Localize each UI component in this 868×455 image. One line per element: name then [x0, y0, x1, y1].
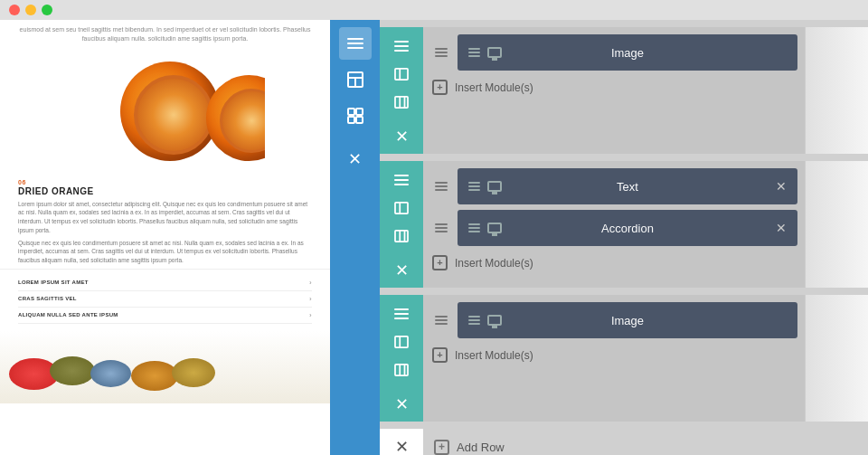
module-image-label: Image [611, 46, 644, 60]
row-3-delete-btn[interactable]: ✕ [392, 391, 412, 418]
row-1-insert-btn[interactable]: + Insert Module(s) [430, 76, 797, 99]
text-monitor-icon [487, 181, 502, 192]
svg-rect-7 [356, 109, 363, 115]
module-text-label: Text [617, 180, 638, 194]
module-text[interactable]: Text ✕ [458, 168, 797, 204]
module-image-3-label: Image [611, 314, 644, 327]
row-3-insert-btn[interactable]: + Insert Module(s) [430, 344, 797, 366]
handle-icon-3 [435, 315, 448, 326]
module-drag-handle[interactable] [430, 47, 452, 58]
preview-spice-image [0, 331, 330, 403]
row-3-layout[interactable] [389, 330, 414, 354]
preview-para-2: Quisque nec ex quis leo condimentum posu… [0, 239, 330, 269]
row-2-layout[interactable] [389, 196, 414, 220]
editor-panel: ✕ [380, 20, 868, 455]
sidebar-close-icon[interactable]: ✕ [339, 143, 372, 175]
insert-plus-icon-2: + [432, 255, 448, 270]
row-layout-ctrl[interactable] [389, 62, 414, 86]
x-icon: ✕ [348, 149, 362, 169]
drag-icon-3 [394, 308, 409, 320]
preview-panel: euismod at sem seu tneil sagittis met bi… [0, 20, 330, 455]
module-left-icons [468, 47, 502, 58]
row-2-controls: ✕ [380, 161, 423, 288]
row-2-insert-btn[interactable]: + Insert Module(s) [430, 251, 797, 274]
list-item-label: LOREM IPSUM SIT AMET [18, 280, 89, 285]
os-maximize-dot[interactable] [42, 5, 52, 15]
preview-list: LOREM IPSUM SIT AMET › CRAS SAGITTIS VEL… [0, 269, 330, 327]
module-text-drag[interactable] [430, 181, 452, 192]
accordion-monitor-icon [487, 223, 502, 233]
grid-icon-2 [394, 230, 409, 242]
grid-icon-3 [394, 364, 409, 376]
svg-rect-40 [395, 365, 408, 375]
row-2-drag[interactable] [389, 168, 414, 192]
row-1-delete-btn[interactable]: ✕ [392, 123, 412, 150]
grid-icon [346, 107, 364, 125]
row-3-right-fade [805, 295, 868, 422]
list-item[interactable]: LOREM IPSUM SIT AMET › [18, 275, 312, 291]
layout-split-icon [394, 68, 409, 81]
svg-rect-13 [395, 69, 408, 80]
text-lines-icon [468, 182, 480, 191]
module-image-3[interactable]: Image [458, 302, 797, 338]
preview-item-title: DRIED ORANGE [0, 186, 330, 200]
module-accordion-label: Accordion [601, 222, 654, 235]
add-row-btn[interactable]: + Add Row [423, 429, 868, 455]
insert-label-2: Insert Module(s) [455, 257, 533, 270]
list-item-arrow: › [309, 279, 312, 287]
module-accordion[interactable]: Accordion ✕ [458, 210, 797, 246]
spice-bowl-brown [50, 356, 95, 385]
sidebar: ✕ [330, 20, 380, 455]
row-grid-icon [394, 96, 409, 109]
image-3-lines-icon [468, 316, 480, 325]
row-3-content: Image + Insert Module(s) [423, 295, 805, 422]
preview-para-1: Lorem ipsum dolor sit amet, consectetur … [0, 200, 330, 239]
os-minimize-dot[interactable] [25, 5, 36, 15]
layout-icon-2 [394, 202, 409, 214]
os-close-dot[interactable] [9, 5, 20, 15]
add-row-delete-btn[interactable]: ✕ [380, 429, 423, 455]
row-3-grid[interactable] [389, 358, 414, 382]
module-accordion-close-btn[interactable]: ✕ [776, 221, 787, 235]
editor-row-1: ✕ [380, 27, 868, 154]
list-item[interactable]: CRAS SAGITTIS VEL › [18, 291, 312, 308]
insert-label-3: Insert Module(s) [455, 349, 533, 362]
module-monitor-icon [487, 47, 502, 58]
sidebar-grid-icon[interactable] [339, 100, 372, 132]
text-handle-icon [435, 181, 448, 192]
editor-row-3: ✕ [380, 295, 868, 422]
sidebar-menu-icon[interactable] [339, 27, 372, 60]
module-lines-icon [468, 48, 480, 57]
list-item-arrow: › [309, 295, 312, 303]
spice-bowl-orange [131, 361, 178, 391]
svg-rect-6 [348, 109, 354, 115]
svg-rect-9 [356, 117, 363, 123]
svg-rect-38 [395, 337, 408, 347]
image-3-monitor-icon [487, 315, 502, 326]
module-text-close-btn[interactable]: ✕ [776, 179, 787, 194]
module-image-3-drag[interactable] [430, 315, 452, 326]
orange-slice-1 [120, 62, 220, 161]
module-accordion-drag[interactable] [430, 223, 452, 233]
spice-bowl-blue [90, 360, 131, 387]
row-drag-handle[interactable] [389, 34, 414, 58]
module-image[interactable]: Image [458, 34, 797, 71]
os-titlebar [0, 0, 868, 20]
insert-plus-icon-3: + [432, 347, 448, 363]
row-grid-ctrl[interactable] [389, 90, 414, 114]
module-accordion-row: Accordion ✕ [430, 210, 797, 246]
row-2-delete-btn[interactable]: ✕ [392, 257, 412, 284]
layout-icon [346, 71, 364, 89]
row-3-drag[interactable] [389, 302, 414, 326]
svg-rect-24 [395, 203, 408, 213]
preview-orange-image [66, 52, 265, 170]
list-item-label: ALIQUAM NULLA SED ANTE IPSUM [18, 312, 118, 318]
preview-top-text: euismod at sem seu tneil sagittis met bi… [0, 20, 330, 47]
list-item[interactable]: ALIQUAM NULLA SED ANTE IPSUM › [18, 308, 312, 324]
sidebar-layout-icon[interactable] [339, 63, 372, 96]
row-2-grid[interactable] [389, 224, 414, 248]
module-text-row: Text ✕ [430, 168, 797, 204]
preview-item-number: 06 [0, 175, 330, 186]
row-2-content: Text ✕ [423, 161, 805, 288]
module-image-row: Image [430, 34, 797, 71]
